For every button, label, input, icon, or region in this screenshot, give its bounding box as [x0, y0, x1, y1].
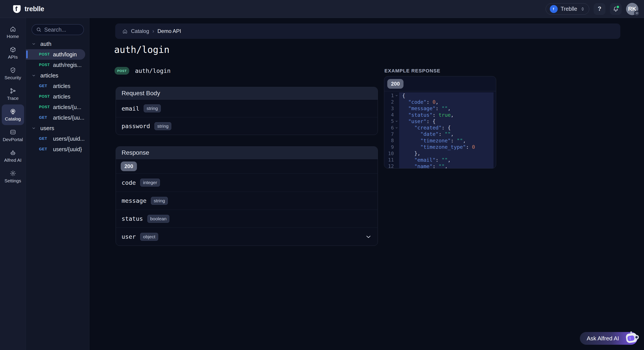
tree-item-post-articles-u-[interactable]: POSTarticles/{u... — [26, 102, 85, 112]
rail-item-label: Catalog — [5, 116, 20, 122]
endpoint-path-label: auth/login — [53, 51, 77, 58]
field-type-badge: object — [140, 233, 158, 241]
breadcrumb-root[interactable]: Catalog — [131, 28, 149, 34]
field-row-status: statusboolean — [116, 210, 378, 228]
breadcrumb-separator: › — [152, 28, 154, 34]
rail-item-apis[interactable]: APIs — [2, 43, 24, 63]
rail-item-label: APIs — [8, 54, 18, 60]
main-content: Catalog › Demo API auth/login POST auth/… — [90, 18, 644, 350]
search-box[interactable] — [32, 24, 84, 35]
notifications-button[interactable] — [610, 3, 622, 15]
request-body-header: Request Body — [116, 87, 378, 100]
org-logo-icon — [550, 5, 558, 13]
rail-item-label: Security — [4, 75, 21, 80]
ask-alfred-button[interactable]: Ask Alfred AI — [580, 332, 638, 345]
app-logo: treblle — [12, 5, 44, 14]
endpoint-path-label: articles — [53, 83, 70, 89]
rail-item-label: Home — [6, 34, 19, 39]
devportal-icon — [10, 129, 16, 135]
notification-dot — [616, 5, 620, 9]
field-name: status — [122, 215, 143, 222]
field-row-message: messagestring — [116, 192, 378, 210]
rail-item-trace[interactable]: Trace — [2, 84, 24, 104]
settings-icon — [10, 170, 16, 177]
field-type-badge: string — [144, 104, 160, 112]
response-header: Response — [116, 146, 378, 159]
org-selector[interactable]: Treblle — [546, 3, 590, 15]
rail-item-settings[interactable]: Settings — [2, 166, 24, 187]
tree-item-post-articles[interactable]: POSTarticles — [26, 91, 85, 102]
example-response-panel: 200 1{2 "code": 0,3 "message": "",4 "sta… — [384, 76, 496, 168]
method-label: POST — [39, 52, 50, 57]
breadcrumb: Catalog › Demo API — [115, 24, 620, 39]
alfred-icon — [10, 149, 16, 156]
search-input[interactable] — [44, 27, 82, 33]
endpoint-path-label: articles — [53, 93, 70, 100]
field-row-code: codeinteger — [116, 173, 378, 192]
code-line-content: "timezone_type": 0 — [399, 144, 494, 150]
tree-group-users[interactable]: users — [26, 123, 89, 133]
field-name: code — [122, 179, 136, 186]
tree-item-post-auth-regis-[interactable]: POSTauth/regis... — [26, 60, 85, 70]
code-line-1: 1{ — [384, 92, 496, 99]
question-mark-icon: ? — [598, 6, 602, 12]
endpoints-tree: authPOSTauth/loginPOSTauth/regis...artic… — [26, 39, 89, 154]
tree-group-articles[interactable]: articles — [26, 70, 89, 81]
chevron-up-down-icon — [580, 7, 585, 12]
rail-item-label: Settings — [4, 178, 21, 184]
rail-item-security[interactable]: Security — [2, 63, 24, 84]
fold-chevron-icon[interactable] — [394, 126, 399, 129]
chevron-down-icon — [32, 126, 36, 130]
method-label: POST — [39, 63, 50, 67]
tree-group-label: articles — [40, 72, 58, 79]
fold-chevron-icon[interactable] — [394, 120, 399, 123]
code-line-8: 8 "timezone": "", — [384, 137, 496, 144]
example-response-label: EXAMPLE RESPONSE — [384, 68, 440, 74]
tree-group-auth[interactable]: auth — [26, 39, 89, 49]
field-type-badge: integer — [140, 179, 160, 187]
topbar: treblle Treblle ? — [0, 0, 644, 18]
rail-item-alfred[interactable]: Alfred AI — [2, 146, 24, 166]
method-badge: POST — [114, 67, 129, 75]
home-icon — [122, 29, 128, 34]
code-line-content: "created": { — [399, 124, 494, 131]
code-line-content: "date": "", — [399, 131, 494, 137]
field-row-user[interactable]: userobject — [116, 228, 378, 246]
line-number: 1 — [384, 93, 394, 98]
line-number: 6 — [384, 125, 394, 131]
search-icon — [36, 27, 42, 33]
field-row-password: passwordstring — [116, 117, 378, 135]
chevron-down-icon[interactable] — [365, 233, 372, 240]
code-line-content: { — [399, 92, 494, 99]
code-line-6: 6 "created": { — [384, 124, 496, 131]
rail-item-label: Alfred AI — [4, 157, 22, 163]
code-line-content: "status": true, — [399, 112, 494, 118]
method-label: GET — [39, 115, 50, 120]
line-number: 12 — [384, 163, 394, 168]
tree-item-get-users-uuid-[interactable]: GETusers/{uuid... — [26, 133, 85, 144]
rail-item-devportal[interactable]: DevPortal — [2, 125, 24, 146]
tree-item-post-auth-login[interactable]: POSTauth/login — [26, 49, 85, 60]
example-response-tabbar: 200 — [384, 76, 496, 91]
rail-item-home[interactable]: Home — [2, 22, 24, 43]
line-number: 11 — [384, 157, 394, 162]
tree-item-get-users-uuid-[interactable]: GETusers/{uuid} — [26, 144, 85, 154]
method-label: GET — [39, 84, 50, 88]
method-label: GET — [39, 147, 50, 151]
tree-item-get-articles[interactable]: GETarticles — [26, 81, 85, 91]
help-button[interactable]: ? — [594, 3, 606, 15]
user-avatar[interactable]: RK — [626, 3, 638, 15]
home-icon — [10, 26, 16, 32]
code-line-11: 11 "email": "", — [384, 157, 496, 163]
icon-rail: HomeAPIsSecurityTraceCatalogDevPortalAlf… — [0, 18, 26, 350]
fold-chevron-icon[interactable] — [394, 94, 399, 97]
tree-item-get-articles-uu-[interactable]: GETarticles/{uu... — [26, 112, 85, 123]
rail-item-catalog[interactable]: Catalog — [2, 104, 24, 125]
status-code-badge[interactable]: 200 — [121, 161, 137, 171]
chevron-down-icon — [634, 11, 640, 16]
line-number: 4 — [384, 112, 394, 118]
example-status-tab[interactable]: 200 — [387, 79, 404, 89]
line-number: 8 — [384, 138, 394, 143]
breadcrumb-current[interactable]: Demo API — [158, 28, 181, 34]
field-name: user — [122, 233, 136, 240]
